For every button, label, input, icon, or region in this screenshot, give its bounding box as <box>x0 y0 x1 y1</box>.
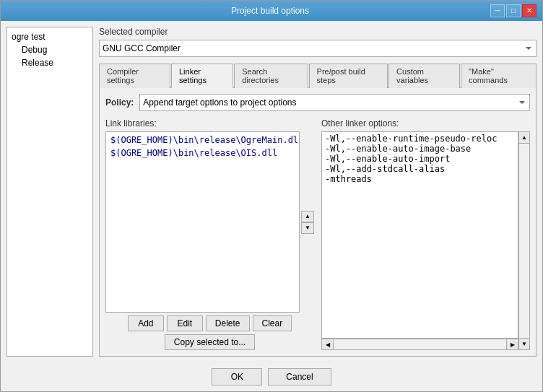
title-bar-controls: ─ □ ✕ <box>490 4 537 17</box>
list-item: $(OGRE_HOME)\bin\release\OgreMain.dll <box>108 134 297 147</box>
linker-option-item: -mthreads <box>325 174 515 184</box>
clear-button[interactable]: Clear <box>253 315 292 331</box>
linker-option-item: -Wl,--enable-runtime-pseudo-reloc <box>325 134 515 144</box>
tab-compiler-settings[interactable]: Compiler settings <box>99 64 170 88</box>
tab-pre-post-build[interactable]: Pre/post build steps <box>309 64 388 88</box>
right-column: Other linker options: -Wl,--enable-runti… <box>321 118 530 350</box>
maximize-button[interactable]: □ <box>506 4 521 17</box>
copy-selected-button[interactable]: Copy selected to... <box>165 334 255 350</box>
tab-make-commands[interactable]: "Make" commands <box>461 64 537 88</box>
scroll-left-button[interactable]: ◀ <box>322 339 334 349</box>
compiler-label: Selected compiler <box>99 27 537 37</box>
link-libraries-list[interactable]: $(OGRE_HOME)\bin\release\OgreMain.dll $(… <box>105 131 300 313</box>
scroll-track <box>334 339 506 349</box>
sidebar-item-debug[interactable]: Debug <box>7 43 92 56</box>
list-item: $(OGRE_HOME)\bin\release\OIS.dll <box>108 147 297 160</box>
footer: OK Cancel <box>1 362 542 391</box>
horizontal-scrollbar: ◀ ▶ <box>321 339 518 350</box>
minimize-button[interactable]: ─ <box>490 4 505 17</box>
left-column: Link libraries: $(OGRE_HOME)\bin\release… <box>105 118 314 350</box>
scroll-up-button[interactable]: ▲ <box>301 211 314 222</box>
linker-option-item: -Wl,--enable-auto-image-base <box>325 144 515 154</box>
two-columns: Link libraries: $(OGRE_HOME)\bin\release… <box>105 118 530 350</box>
tab-custom-variables[interactable]: Custom variables <box>388 64 460 88</box>
main-content: Selected compiler GNU GCC Compiler Compi… <box>99 27 537 357</box>
v-scroll-track <box>519 144 529 338</box>
linker-option-item: -Wl,--add-stdcall-alias <box>325 164 515 174</box>
vertical-scrollbar: ▲ ▼ <box>518 131 530 350</box>
sidebar-item-release[interactable]: Release <box>7 56 92 69</box>
tabs-bar: Compiler settings Linker settings Search… <box>99 63 537 87</box>
title-bar: Project build options ─ □ ✕ <box>1 1 542 21</box>
policy-row: Policy: Append target options to project… <box>105 94 530 111</box>
cancel-button[interactable]: Cancel <box>268 368 331 386</box>
copy-button-container: Copy selected to... <box>105 334 314 350</box>
policy-dropdown[interactable]: Append target options to project options <box>139 94 530 111</box>
scroll-right-button[interactable]: ▶ <box>506 339 518 349</box>
linker-option-item: -Wl,--enable-auto-import <box>325 154 515 164</box>
ok-button[interactable]: OK <box>212 368 262 386</box>
other-linker-container: -Wl,--enable-runtime-pseudo-reloc -Wl,--… <box>321 131 530 350</box>
tab-search-directories[interactable]: Search directories <box>234 64 308 88</box>
other-linker-content: -Wl,--enable-runtime-pseudo-reloc -Wl,--… <box>321 131 518 350</box>
link-libraries-label: Link libraries: <box>105 118 314 129</box>
other-linker-list[interactable]: -Wl,--enable-runtime-pseudo-reloc -Wl,--… <box>321 131 518 339</box>
close-button[interactable]: ✕ <box>522 4 537 17</box>
action-buttons: Add Edit Delete Clear <box>105 315 314 331</box>
tab-linker-settings[interactable]: Linker settings <box>171 64 233 88</box>
policy-label: Policy: <box>105 97 134 108</box>
compiler-dropdown[interactable]: GNU GCC Compiler <box>99 40 537 57</box>
list-scroll-buttons: ▲ ▼ <box>301 131 314 313</box>
compiler-section: Selected compiler GNU GCC Compiler <box>99 27 537 57</box>
sidebar: ogre test Debug Release <box>6 27 93 357</box>
tab-panel: Policy: Append target options to project… <box>99 87 537 357</box>
window-body: ogre test Debug Release Selected compile… <box>1 21 542 362</box>
sidebar-item-root[interactable]: ogre test <box>7 30 92 43</box>
scroll-down-btn[interactable]: ▼ <box>519 338 529 349</box>
window-title: Project build options <box>50 6 490 16</box>
edit-button[interactable]: Edit <box>167 315 203 331</box>
add-button[interactable]: Add <box>128 315 164 331</box>
scroll-down-button[interactable]: ▼ <box>301 222 314 234</box>
other-linker-label: Other linker options: <box>321 118 530 129</box>
delete-button[interactable]: Delete <box>206 315 250 331</box>
main-window: Project build options ─ □ ✕ ogre test De… <box>0 0 543 392</box>
link-libraries-container: $(OGRE_HOME)\bin\release\OgreMain.dll $(… <box>105 131 314 313</box>
scroll-up-btn[interactable]: ▲ <box>519 132 529 144</box>
